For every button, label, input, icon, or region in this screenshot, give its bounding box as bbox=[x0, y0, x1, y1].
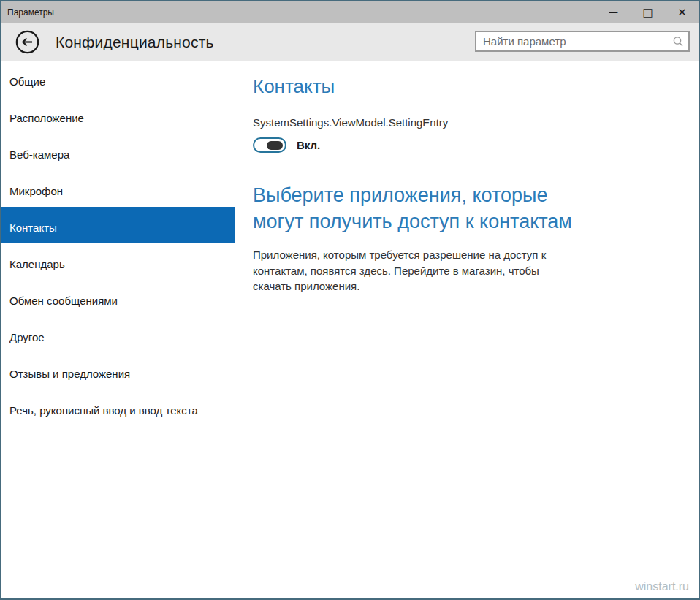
sidebar-item-contacts[interactable]: Контакты bbox=[1, 207, 235, 243]
minimize-icon: — bbox=[609, 7, 618, 18]
apps-description: Приложения, которым требуется разрешение… bbox=[253, 247, 578, 295]
settings-window: Параметры — □ ✕ Конфиденциальность bbox=[0, 0, 700, 600]
sidebar-item-other[interactable]: Другое bbox=[1, 316, 235, 353]
contacts-access-toggle[interactable] bbox=[253, 137, 286, 153]
sidebar-item-webcam[interactable]: Веб-камера bbox=[1, 134, 235, 170]
minimize-button[interactable]: — bbox=[596, 1, 631, 23]
window-title: Параметры bbox=[1, 7, 596, 18]
back-button[interactable] bbox=[15, 30, 39, 54]
close-button[interactable]: ✕ bbox=[665, 1, 699, 23]
sidebar-item-feedback[interactable]: Отзывы и предложения bbox=[1, 353, 235, 390]
toggle-state-label: Вкл. bbox=[297, 139, 320, 151]
search-box bbox=[475, 31, 690, 52]
apps-heading: Выберите приложения, которые могут получ… bbox=[253, 182, 604, 235]
watermark: winstart.ru bbox=[635, 580, 689, 593]
search-icon[interactable] bbox=[668, 36, 688, 48]
sidebar-item-speech[interactable]: Речь, рукописный ввод и ввод текста bbox=[1, 390, 235, 426]
window-controls: — □ ✕ bbox=[596, 1, 699, 23]
sidebar-item-location[interactable]: Расположение bbox=[1, 97, 235, 134]
sidebar-item-general[interactable]: Общие bbox=[1, 61, 235, 97]
maximize-button[interactable]: □ bbox=[631, 1, 665, 23]
content-panel: Контакты SystemSettings.ViewModel.Settin… bbox=[235, 61, 699, 598]
header: Конфиденциальность bbox=[1, 23, 699, 61]
page-title: Конфиденциальность bbox=[56, 34, 214, 51]
toggle-knob bbox=[267, 141, 283, 150]
sidebar-item-messaging[interactable]: Обмен сообщениями bbox=[1, 280, 235, 316]
section-title: Контакты bbox=[253, 74, 677, 99]
titlebar: Параметры — □ ✕ bbox=[1, 1, 699, 23]
sidebar-item-microphone[interactable]: Микрофон bbox=[1, 170, 235, 207]
search-input[interactable] bbox=[476, 32, 668, 50]
app-body: Общие Расположение Веб-камера Микрофон К… bbox=[1, 61, 699, 598]
back-arrow-icon bbox=[15, 30, 39, 54]
maximize-icon: □ bbox=[642, 6, 653, 19]
sidebar-item-calendar[interactable]: Календарь bbox=[1, 243, 235, 280]
setting-entry-label: SystemSettings.ViewModel.SettingEntry bbox=[253, 116, 677, 129]
close-icon: ✕ bbox=[677, 6, 687, 19]
sidebar: Общие Расположение Веб-камера Микрофон К… bbox=[1, 61, 235, 598]
toggle-row: Вкл. bbox=[253, 137, 677, 153]
